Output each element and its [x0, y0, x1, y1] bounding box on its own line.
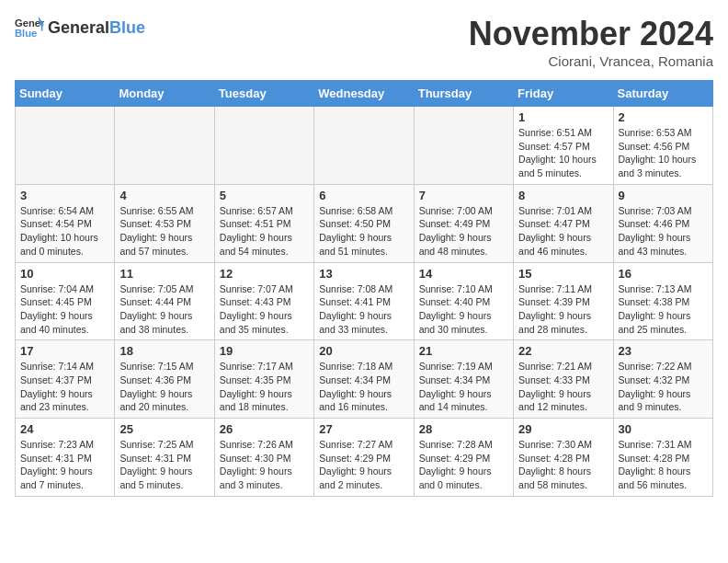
day-info: Sunrise: 6:53 AMSunset: 4:56 PMDaylight:…: [619, 126, 708, 180]
calendar-cell: 20Sunrise: 7:18 AMSunset: 4:34 PMDayligh…: [314, 340, 414, 419]
calendar-cell: [16, 107, 115, 185]
calendar-cell: 23Sunrise: 7:22 AMSunset: 4:32 PMDayligh…: [613, 340, 712, 419]
day-number: 9: [619, 189, 708, 202]
day-number: 4: [119, 189, 209, 202]
calendar-cell: 11Sunrise: 7:05 AMSunset: 4:44 PMDayligh…: [115, 262, 214, 340]
day-info: Sunrise: 7:30 AMSunset: 4:28 PMDaylight:…: [518, 438, 608, 492]
calendar-cell: 28Sunrise: 7:28 AMSunset: 4:29 PMDayligh…: [414, 419, 513, 497]
calendar-cell: 9Sunrise: 7:03 AMSunset: 4:46 PMDaylight…: [613, 184, 712, 262]
day-info: Sunrise: 7:18 AMSunset: 4:34 PMDaylight:…: [319, 360, 408, 414]
svg-text:Blue: Blue: [15, 28, 37, 39]
day-number: 29: [518, 422, 608, 436]
day-number: 5: [220, 189, 309, 202]
day-number: 2: [619, 110, 708, 124]
calendar-cell: 4Sunrise: 6:55 AMSunset: 4:53 PMDaylight…: [115, 184, 214, 262]
day-number: 6: [319, 189, 408, 202]
calendar-cell: 15Sunrise: 7:11 AMSunset: 4:39 PMDayligh…: [514, 262, 613, 340]
day-number: 12: [220, 267, 309, 281]
calendar-week-4: 17Sunrise: 7:14 AMSunset: 4:37 PMDayligh…: [16, 340, 713, 419]
day-number: 11: [119, 267, 209, 281]
day-number: 17: [20, 344, 109, 358]
weekday-header-monday: Monday: [115, 81, 214, 107]
day-info: Sunrise: 7:23 AMSunset: 4:31 PMDaylight:…: [20, 438, 109, 492]
calendar-cell: 27Sunrise: 7:27 AMSunset: 4:29 PMDayligh…: [314, 419, 414, 497]
day-info: Sunrise: 7:08 AMSunset: 4:41 PMDaylight:…: [319, 282, 408, 337]
calendar-week-1: 1Sunrise: 6:51 AMSunset: 4:57 PMDaylight…: [16, 107, 713, 185]
day-number: 28: [419, 422, 508, 436]
calendar-cell: 26Sunrise: 7:26 AMSunset: 4:30 PMDayligh…: [214, 419, 313, 497]
day-info: Sunrise: 7:04 AMSunset: 4:45 PMDaylight:…: [20, 282, 109, 337]
calendar-cell: 19Sunrise: 7:17 AMSunset: 4:35 PMDayligh…: [214, 340, 313, 419]
day-number: 18: [119, 344, 209, 358]
day-number: 10: [20, 267, 109, 281]
day-number: 19: [220, 344, 309, 358]
day-number: 7: [419, 189, 508, 202]
day-info: Sunrise: 7:05 AMSunset: 4:44 PMDaylight:…: [119, 282, 209, 337]
day-info: Sunrise: 7:00 AMSunset: 4:49 PMDaylight:…: [419, 204, 508, 259]
day-info: Sunrise: 6:54 AMSunset: 4:54 PMDaylight:…: [20, 204, 109, 259]
calendar-cell: 8Sunrise: 7:01 AMSunset: 4:47 PMDaylight…: [514, 184, 613, 262]
calendar-cell: [314, 107, 414, 185]
calendar-cell: 30Sunrise: 7:31 AMSunset: 4:28 PMDayligh…: [613, 419, 712, 497]
day-info: Sunrise: 7:17 AMSunset: 4:35 PMDaylight:…: [220, 360, 309, 414]
day-info: Sunrise: 6:55 AMSunset: 4:53 PMDaylight:…: [119, 204, 209, 259]
calendar-header-row: SundayMondayTuesdayWednesdayThursdayFrid…: [16, 81, 713, 107]
calendar-cell: 29Sunrise: 7:30 AMSunset: 4:28 PMDayligh…: [514, 419, 613, 497]
day-info: Sunrise: 7:28 AMSunset: 4:29 PMDaylight:…: [419, 438, 508, 492]
weekday-header-tuesday: Tuesday: [214, 81, 313, 107]
day-number: 1: [518, 110, 608, 124]
location-subtitle: Ciorani, Vrancea, Romania: [469, 53, 713, 69]
day-info: Sunrise: 7:03 AMSunset: 4:46 PMDaylight:…: [619, 204, 708, 259]
logo-general: General: [48, 18, 109, 38]
day-info: Sunrise: 7:22 AMSunset: 4:32 PMDaylight:…: [619, 360, 708, 414]
calendar-cell: 3Sunrise: 6:54 AMSunset: 4:54 PMDaylight…: [16, 184, 115, 262]
day-info: Sunrise: 7:31 AMSunset: 4:28 PMDaylight:…: [619, 438, 708, 492]
calendar-cell: [214, 107, 313, 185]
day-info: Sunrise: 7:14 AMSunset: 4:37 PMDaylight:…: [20, 360, 109, 414]
calendar-cell: 7Sunrise: 7:00 AMSunset: 4:49 PMDaylight…: [414, 184, 513, 262]
calendar-cell: 16Sunrise: 7:13 AMSunset: 4:38 PMDayligh…: [613, 262, 712, 340]
day-info: Sunrise: 7:27 AMSunset: 4:29 PMDaylight:…: [319, 438, 408, 492]
day-info: Sunrise: 7:15 AMSunset: 4:36 PMDaylight:…: [119, 360, 209, 414]
day-number: 16: [619, 267, 708, 281]
calendar-cell: 24Sunrise: 7:23 AMSunset: 4:31 PMDayligh…: [16, 419, 115, 497]
calendar-cell: 14Sunrise: 7:10 AMSunset: 4:40 PMDayligh…: [414, 262, 513, 340]
day-number: 20: [319, 344, 408, 358]
day-info: Sunrise: 7:13 AMSunset: 4:38 PMDaylight:…: [619, 282, 708, 337]
day-info: Sunrise: 6:58 AMSunset: 4:50 PMDaylight:…: [319, 204, 408, 259]
calendar-cell: 25Sunrise: 7:25 AMSunset: 4:31 PMDayligh…: [115, 419, 214, 497]
weekday-header-saturday: Saturday: [613, 81, 712, 107]
day-number: 8: [518, 189, 608, 202]
weekday-header-friday: Friday: [514, 81, 613, 107]
day-info: Sunrise: 7:21 AMSunset: 4:33 PMDaylight:…: [518, 360, 608, 414]
title-area: November 2024 Ciorani, Vrancea, Romania: [469, 15, 713, 69]
day-number: 25: [119, 422, 209, 436]
weekday-header-wednesday: Wednesday: [314, 81, 414, 107]
calendar-cell: 18Sunrise: 7:15 AMSunset: 4:36 PMDayligh…: [115, 340, 214, 419]
calendar-cell: 12Sunrise: 7:07 AMSunset: 4:43 PMDayligh…: [214, 262, 313, 340]
day-number: 14: [419, 267, 508, 281]
day-number: 23: [619, 344, 708, 358]
weekday-header-thursday: Thursday: [414, 81, 513, 107]
day-info: Sunrise: 7:01 AMSunset: 4:47 PMDaylight:…: [518, 204, 608, 259]
calendar-cell: 5Sunrise: 6:57 AMSunset: 4:51 PMDaylight…: [214, 184, 313, 262]
calendar-cell: 2Sunrise: 6:53 AMSunset: 4:56 PMDaylight…: [613, 107, 712, 185]
day-number: 15: [518, 267, 608, 281]
calendar-cell: [414, 107, 513, 185]
calendar-cell: 1Sunrise: 6:51 AMSunset: 4:57 PMDaylight…: [514, 107, 613, 185]
day-number: 26: [220, 422, 309, 436]
month-title: November 2024: [469, 15, 713, 53]
calendar-cell: 21Sunrise: 7:19 AMSunset: 4:34 PMDayligh…: [414, 340, 513, 419]
logo-icon: General Blue: [15, 15, 44, 40]
day-number: 3: [20, 189, 109, 202]
calendar-cell: 13Sunrise: 7:08 AMSunset: 4:41 PMDayligh…: [314, 262, 414, 340]
calendar-table: SundayMondayTuesdayWednesdayThursdayFrid…: [15, 80, 713, 497]
calendar-cell: 17Sunrise: 7:14 AMSunset: 4:37 PMDayligh…: [16, 340, 115, 419]
day-info: Sunrise: 7:10 AMSunset: 4:40 PMDaylight:…: [419, 282, 508, 337]
day-info: Sunrise: 6:57 AMSunset: 4:51 PMDaylight:…: [220, 204, 309, 259]
calendar-cell: 10Sunrise: 7:04 AMSunset: 4:45 PMDayligh…: [16, 262, 115, 340]
logo: General Blue General Blue: [15, 15, 145, 40]
header: General Blue General Blue November 2024 …: [15, 15, 713, 69]
day-info: Sunrise: 7:25 AMSunset: 4:31 PMDaylight:…: [119, 438, 209, 492]
calendar-week-3: 10Sunrise: 7:04 AMSunset: 4:45 PMDayligh…: [16, 262, 713, 340]
